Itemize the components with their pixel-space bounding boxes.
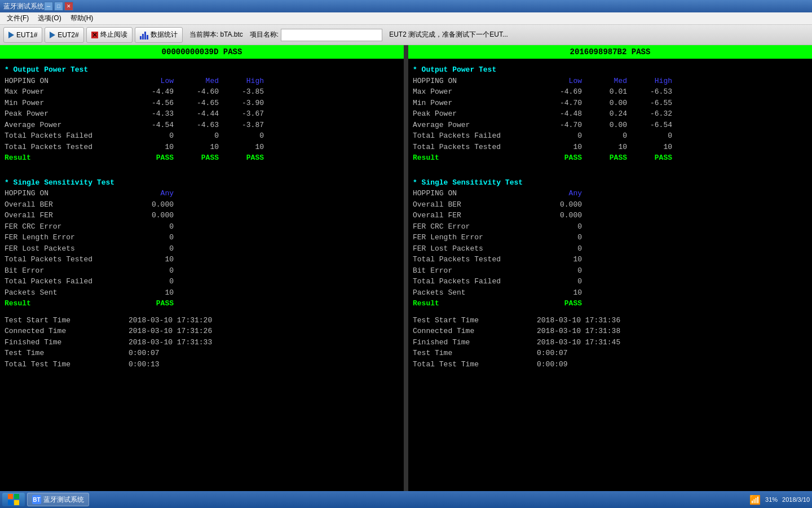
eut1-label: EUT1# [16, 31, 37, 39]
stop-label: 终止阅读 [100, 30, 127, 40]
eut1-sens-hopping-row: HOPPING ON Any [5, 188, 399, 199]
project-input[interactable] [281, 29, 382, 41]
stats-button[interactable]: 数据统计 [135, 27, 183, 43]
table-row: FER CRC Error 0 [413, 221, 807, 233]
eut2-sensitivity-title: * Single Sensitivity Test [413, 177, 807, 189]
datetime-display: 2018/3/10 [782, 496, 810, 503]
eut1-col-low: Low [129, 76, 174, 87]
table-row: Total Test Time 0:00:13 [5, 359, 399, 370]
menu-file[interactable]: 文件(F) [2, 12, 33, 24]
menu-options[interactable]: 选项(O) [33, 12, 65, 24]
table-row: Overall FER 0.000 [413, 210, 807, 221]
menu-help[interactable]: 帮助(H) [66, 12, 98, 24]
taskbar-app-item[interactable]: BT 蓝牙测试系统 [27, 493, 89, 506]
table-row: Total Packets Failed 0 [5, 276, 399, 287]
table-row: Test Start Time 2018-03-10 17:31:36 [413, 315, 807, 326]
table-row: Max Power -4.69 0.01 -6.53 [413, 86, 807, 98]
table-row: FER Lost Packets 0 [413, 243, 807, 255]
taskbar-app-label: 蓝牙测试系统 [43, 495, 84, 505]
eut1-header: 00000000039D PASS [0, 45, 404, 59]
play-icon [8, 32, 14, 38]
stats-label: 数据统计 [151, 30, 178, 40]
eut2-button[interactable]: EUT2# [45, 27, 83, 43]
toolbar: EUT1# EUT2# ✕ 终止阅读 数据统计 当前脚本: bTA.btc 项目… [0, 25, 812, 45]
play-icon-2 [50, 32, 55, 38]
script-label: 当前脚本: bTA.btc [189, 30, 243, 40]
date-value: 2018/3/10 [782, 496, 810, 503]
taskbar-right: 📶 31% 2018/3/10 [749, 494, 810, 505]
table-row: FER CRC Error 0 [5, 221, 399, 233]
project-label: 项目名称: [250, 30, 279, 40]
project-area: 项目名称: [250, 29, 382, 41]
windows-icon [7, 493, 20, 506]
status-message: EUT2 测试完成，准备测试下一个EUT... [389, 30, 508, 40]
eut2-panel: 2016098987B2 PASS * Output Power Test HO… [408, 45, 812, 491]
table-row: Overall BER 0.000 [5, 199, 399, 211]
svg-rect-0 [8, 494, 13, 499]
close-button[interactable]: ✕ [64, 2, 73, 11]
eut1-hopping-row: HOPPING ON Low Med High [5, 76, 399, 87]
stop-icon: ✕ [91, 32, 98, 38]
eut2-content[interactable]: * Output Power Test HOPPING ON Low Med H… [408, 59, 812, 491]
table-row: Total Packets Failed 0 0 0 [413, 130, 807, 142]
table-row: Connected Time 2018-03-10 17:31:26 [5, 326, 399, 337]
table-row: Peak Power -4.33 -4.44 -3.67 [5, 108, 399, 120]
table-row: Finished Time 2018-03-10 17:31:45 [413, 337, 807, 348]
titlebar: 蓝牙测试系统 ─ □ ✕ [0, 0, 812, 12]
eut1-button[interactable]: EUT1# [3, 27, 42, 43]
table-row: Test Time 0:00:07 [413, 348, 807, 359]
table-row: Average Power -4.70 0.00 -6.54 [413, 120, 807, 131]
table-row: Overall FER 0.000 [5, 210, 399, 221]
table-row: Min Power -4.70 0.00 -6.55 [413, 98, 807, 109]
eut1-result-row: Result PASS PASS PASS [5, 152, 399, 164]
menubar: 文件(F) 选项(O) 帮助(H) [0, 12, 812, 25]
table-row: Total Packets Tested 10 10 10 [413, 142, 807, 153]
maximize-button[interactable]: □ [54, 2, 63, 11]
start-button[interactable] [2, 493, 25, 506]
svg-rect-1 [14, 494, 19, 499]
table-row: Bit Error 0 [5, 265, 399, 277]
eut2-sens-hopping-row: HOPPING ON Any [413, 188, 807, 199]
stop-button[interactable]: ✕ 终止阅读 [86, 27, 133, 43]
svg-rect-3 [14, 500, 19, 505]
svg-rect-2 [8, 500, 13, 505]
battery-value: 31% [765, 496, 778, 503]
table-row: Test Start Time 2018-03-10 17:31:20 [5, 315, 399, 326]
table-row: Packets Sent 10 [413, 287, 807, 299]
table-row: Total Packets Failed 0 [413, 276, 807, 287]
minimize-button[interactable]: ─ [44, 2, 53, 11]
table-row: Finished Time 2018-03-10 17:31:33 [5, 337, 399, 348]
eut1-output-power-title: * Output Power Test [5, 64, 399, 76]
eut2-sens-result-row: Result PASS [413, 298, 807, 309]
table-row: Connected Time 2018-03-10 17:31:38 [413, 326, 807, 337]
eut1-content[interactable]: * Output Power Test HOPPING ON Low Med H… [0, 59, 404, 491]
wifi-icon: 📶 [749, 494, 761, 505]
eut2-hopping-row: HOPPING ON Low Med High [413, 76, 807, 87]
table-row: Total Packets Tested 10 10 10 [5, 142, 399, 153]
script-area: 当前脚本: bTA.btc [189, 30, 243, 40]
taskbar: BT 蓝牙测试系统 📶 31% 2018/3/10 [0, 491, 812, 508]
table-row: Total Packets Failed 0 0 0 [5, 130, 399, 142]
eut2-result-row: Result PASS PASS PASS [413, 152, 807, 164]
panel-divider [404, 45, 408, 491]
battery-display: 31% [765, 496, 778, 503]
table-row: FER Length Error 0 [5, 232, 399, 243]
eut1-panel: 00000000039D PASS * Output Power Test HO… [0, 45, 404, 491]
table-row: Test Time 0:00:07 [5, 348, 399, 359]
table-row: Bit Error 0 [413, 265, 807, 277]
eut1-col-high: High [219, 76, 264, 87]
eut2-label: EUT2# [58, 31, 78, 39]
eut2-output-power-title: * Output Power Test [413, 64, 807, 76]
table-row: Max Power -4.49 -4.60 -3.85 [5, 86, 399, 98]
eut1-sensitivity-title: * Single Sensitivity Test [5, 177, 399, 189]
table-row: Peak Power -4.48 0.24 -6.32 [413, 108, 807, 120]
table-row: Total Packets Tested 10 [413, 254, 807, 265]
table-row: Average Power -4.54 -4.63 -3.87 [5, 120, 399, 131]
table-row: FER Length Error 0 [413, 232, 807, 243]
table-row: Total Test Time 0:00:09 [413, 359, 807, 370]
table-row: Packets Sent 10 [5, 287, 399, 299]
eut2-header: 2016098987B2 PASS [408, 45, 812, 59]
table-row: Overall BER 0.000 [413, 199, 807, 211]
eut1-sens-result-row: Result PASS [5, 298, 399, 309]
table-row: Min Power -4.56 -4.65 -3.90 [5, 98, 399, 109]
